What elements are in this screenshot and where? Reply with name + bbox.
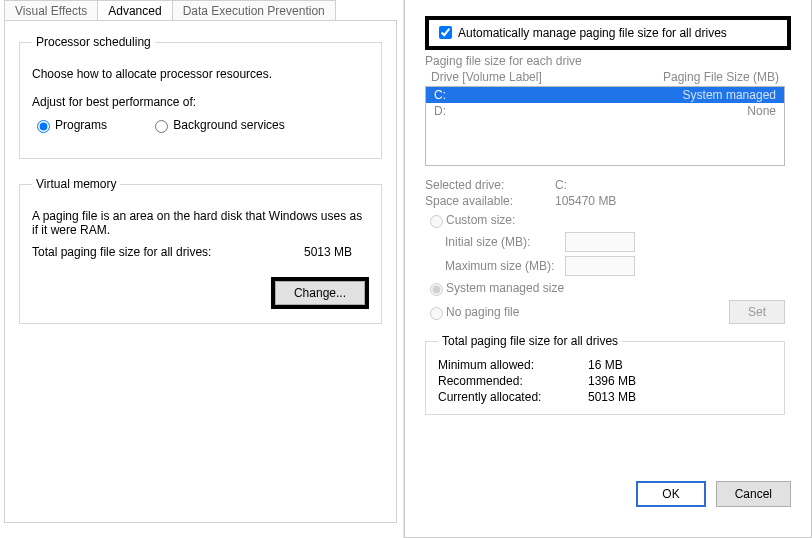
radio-background[interactable]: Background services (150, 117, 284, 133)
custom-size-label: Custom size: (446, 213, 515, 227)
initial-size-input (565, 232, 635, 252)
radio-custom-size (430, 215, 443, 228)
rec-value: 1396 MB (588, 374, 636, 388)
radio-programs-input[interactable] (37, 120, 50, 133)
tab-body: Processor scheduling Choose how to alloc… (4, 20, 397, 523)
system-managed-label: System managed size (446, 281, 564, 295)
change-highlight: Change... (271, 277, 369, 309)
tab-dep[interactable]: Data Execution Prevention (172, 0, 336, 21)
maximum-size-label: Maximum size (MB): (425, 259, 565, 273)
adjust-label: Adjust for best performance of: (32, 95, 369, 109)
tab-advanced[interactable]: Advanced (97, 0, 172, 21)
drive-size: None (747, 104, 776, 118)
col-size: Paging File Size (MB) (663, 70, 779, 84)
maximum-size-input (565, 256, 635, 276)
radio-programs-label: Programs (55, 118, 107, 132)
min-value: 16 MB (588, 358, 623, 372)
space-available-label: Space available: (425, 194, 555, 208)
totals-group: Total paging file size for all drives Mi… (425, 334, 785, 415)
radio-programs[interactable]: Programs (32, 117, 107, 133)
processor-scheduling-legend: Processor scheduling (32, 35, 155, 49)
set-button: Set (729, 300, 785, 324)
rec-label: Recommended: (438, 374, 588, 388)
radio-background-label: Background services (173, 118, 284, 132)
virtual-memory-dialog: Automatically manage paging file size fo… (404, 0, 812, 538)
virtual-memory-group: Virtual memory A paging file is an area … (19, 177, 382, 324)
drive-size: System managed (683, 88, 776, 102)
pf-group-title: Paging file size for each drive (425, 54, 791, 68)
initial-size-label: Initial size (MB): (425, 235, 565, 249)
cur-value: 5013 MB (588, 390, 636, 404)
vm-total-value: 5013 MB (304, 245, 352, 259)
performance-options: Visual Effects Advanced Data Execution P… (0, 0, 404, 538)
vm-total-label: Total paging file size for all drives: (32, 245, 211, 259)
processor-scheduling-group: Processor scheduling Choose how to alloc… (19, 35, 382, 159)
min-label: Minimum allowed: (438, 358, 588, 372)
selected-drive-value: C: (555, 178, 567, 192)
space-available-value: 105470 MB (555, 194, 616, 208)
drive-row[interactable]: D: None (426, 103, 784, 119)
change-button[interactable]: Change... (275, 281, 365, 305)
drive-letter: D: (434, 104, 446, 118)
drive-row[interactable]: C: System managed (426, 87, 784, 103)
proc-desc: Choose how to allocate processor resourc… (32, 67, 369, 81)
virtual-memory-legend: Virtual memory (32, 177, 120, 191)
selected-drive-label: Selected drive: (425, 178, 555, 192)
radio-background-input[interactable] (155, 120, 168, 133)
no-paging-label: No paging file (446, 305, 519, 319)
radio-system-managed (430, 283, 443, 296)
cancel-button[interactable]: Cancel (716, 481, 791, 507)
tabs: Visual Effects Advanced Data Execution P… (4, 0, 403, 21)
radio-no-paging (430, 307, 443, 320)
drive-list[interactable]: C: System managed D: None (425, 86, 785, 166)
cur-label: Currently allocated: (438, 390, 588, 404)
drive-letter: C: (434, 88, 446, 102)
auto-manage-highlight: Automatically manage paging file size fo… (425, 16, 791, 50)
auto-manage-checkbox[interactable] (439, 26, 452, 39)
ok-button[interactable]: OK (636, 481, 705, 507)
col-drive: Drive [Volume Label] (431, 70, 542, 84)
vm-desc: A paging file is an area on the hard dis… (32, 209, 369, 237)
tab-visual-effects[interactable]: Visual Effects (4, 0, 98, 21)
auto-manage-label: Automatically manage paging file size fo… (458, 26, 727, 40)
totals-legend: Total paging file size for all drives (438, 334, 622, 348)
